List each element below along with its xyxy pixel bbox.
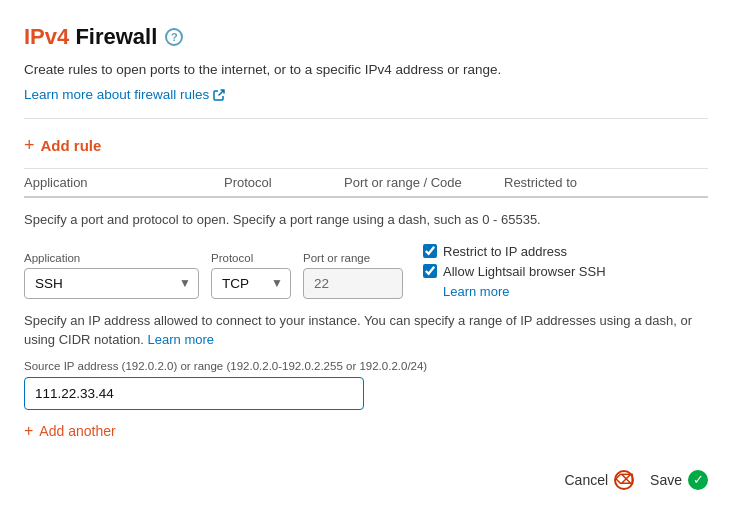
add-rule-button[interactable]: + Add rule bbox=[24, 135, 101, 156]
external-link-icon bbox=[213, 89, 225, 101]
col-port: Port or range / Code bbox=[344, 175, 504, 190]
firewall-rules-link-text: Learn more about firewall rules bbox=[24, 87, 209, 102]
col-protocol: Protocol bbox=[224, 175, 344, 190]
port-label: Port or range bbox=[303, 252, 403, 264]
add-rule-label: Add rule bbox=[41, 137, 102, 154]
table-header: Application Protocol Port or range / Cod… bbox=[24, 168, 708, 198]
save-label: Save bbox=[650, 472, 682, 488]
footer-actions: Cancel ⌫ Save ✓ bbox=[24, 470, 708, 490]
help-icon[interactable]: ? bbox=[165, 28, 183, 46]
allow-ssh-checkbox[interactable] bbox=[423, 264, 437, 278]
protocol-select[interactable]: TCP UDP ALL bbox=[211, 268, 291, 299]
title-suffix: Firewall bbox=[69, 24, 157, 49]
restrict-ip-label: Restrict to IP address bbox=[443, 244, 567, 259]
source-ip-label: Source IP address (192.0.2.0) or range (… bbox=[24, 360, 708, 372]
cancel-button[interactable]: Cancel ⌫ bbox=[564, 470, 634, 490]
ip-description-text: Specify an IP address allowed to connect… bbox=[24, 313, 692, 348]
protocol-label: Protocol bbox=[211, 252, 291, 264]
page-title: IPv4 Firewall bbox=[24, 24, 157, 50]
cancel-label: Cancel bbox=[564, 472, 608, 488]
application-label: Application bbox=[24, 252, 199, 264]
rule-note: Specify a port and protocol to open. Spe… bbox=[24, 210, 708, 230]
save-button[interactable]: Save ✓ bbox=[650, 470, 708, 490]
save-icon: ✓ bbox=[688, 470, 708, 490]
allow-ssh-checkbox-label[interactable]: Allow Lightsail browser SSH bbox=[423, 264, 606, 279]
divider-1 bbox=[24, 118, 708, 119]
protocol-select-wrapper: TCP UDP ALL ▼ bbox=[211, 268, 291, 299]
page-description: Create rules to open ports to the intern… bbox=[24, 60, 708, 80]
port-field-group: Port or range bbox=[303, 252, 403, 299]
ip-description: Specify an IP address allowed to connect… bbox=[24, 311, 708, 350]
col-application: Application bbox=[24, 175, 224, 190]
restrict-ip-checkbox[interactable] bbox=[423, 244, 437, 258]
application-select[interactable]: SSH HTTP HTTPS Custom bbox=[24, 268, 199, 299]
rule-section: Specify a port and protocol to open. Spe… bbox=[24, 210, 708, 440]
page-title-container: IPv4 Firewall ? bbox=[24, 24, 708, 50]
add-another-label: Add another bbox=[39, 423, 115, 439]
application-field-group: Application SSH HTTP HTTPS Custom ▼ bbox=[24, 252, 199, 299]
ip-learn-more-link[interactable]: Learn more bbox=[148, 332, 214, 347]
add-another-button[interactable]: + Add another bbox=[24, 422, 116, 440]
checkbox-learn-more-link[interactable]: Learn more bbox=[443, 284, 606, 299]
add-rule-plus-icon: + bbox=[24, 135, 35, 156]
protocol-field-group: Protocol TCP UDP ALL ▼ bbox=[211, 252, 291, 299]
checkboxes-group: Restrict to IP address Allow Lightsail b… bbox=[423, 244, 606, 299]
title-ipv4: IPv4 bbox=[24, 24, 69, 49]
fields-row: Application SSH HTTP HTTPS Custom ▼ Prot… bbox=[24, 244, 708, 299]
col-restricted: Restricted to bbox=[504, 175, 708, 190]
cancel-icon: ⌫ bbox=[614, 470, 634, 490]
allow-ssh-label: Allow Lightsail browser SSH bbox=[443, 264, 606, 279]
port-input[interactable] bbox=[303, 268, 403, 299]
source-ip-section: Source IP address (192.0.2.0) or range (… bbox=[24, 360, 708, 410]
source-ip-input[interactable] bbox=[24, 377, 364, 410]
restrict-ip-checkbox-label[interactable]: Restrict to IP address bbox=[423, 244, 606, 259]
application-select-wrapper: SSH HTTP HTTPS Custom ▼ bbox=[24, 268, 199, 299]
firewall-rules-link[interactable]: Learn more about firewall rules bbox=[24, 87, 225, 102]
add-another-plus-icon: + bbox=[24, 422, 33, 440]
